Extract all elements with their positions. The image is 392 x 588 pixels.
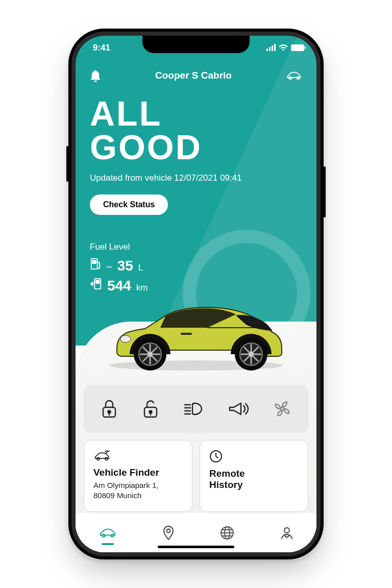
status-headline: ALLGOOD [90, 97, 302, 164]
svg-point-33 [105, 457, 108, 460]
svg-point-0 [289, 77, 291, 79]
app-header: Cooper S Cabrio [76, 64, 316, 87]
globe-icon [220, 526, 234, 540]
check-status-button[interactable]: Check Status [90, 194, 168, 215]
svg-point-1 [297, 77, 300, 79]
app-screen: 9:41 Cooper S Cabrio [76, 36, 316, 552]
svg-point-19 [120, 335, 131, 342]
fuel-amount-unit: L [138, 263, 143, 273]
fan-icon [273, 400, 291, 418]
phone-notch [142, 36, 250, 53]
svg-point-18 [249, 352, 254, 357]
remote-history-title: RemoteHistory [209, 468, 299, 491]
cellular-signal-icon [266, 44, 276, 51]
vehicle-image [99, 295, 293, 372]
tab-vehicle[interactable] [91, 523, 124, 543]
controls-panel: Vehicle Finder Am Olympiapark 1,80809 Mu… [84, 385, 308, 512]
vehicle-finder-title: Vehicle Finder [93, 467, 183, 478]
last-updated: Updated from vehicle 12/07/2021 09:41 [90, 173, 302, 183]
quick-actions [84, 385, 308, 433]
status-hero: ALLGOOD Updated from vehicle 12/07/2021 … [90, 97, 302, 215]
lock-button[interactable] [97, 396, 121, 422]
svg-point-41 [284, 528, 289, 533]
climate-button[interactable] [270, 397, 295, 421]
notifications-icon[interactable] [90, 69, 101, 82]
headlights-button[interactable] [180, 398, 207, 420]
tab-map[interactable] [155, 521, 182, 545]
tab-explore[interactable] [213, 522, 241, 544]
lock-icon [101, 399, 118, 419]
status-time: 9:41 [93, 43, 110, 53]
fuel-range-row: 544 km [90, 277, 148, 294]
pin-icon [162, 525, 175, 541]
unlock-button[interactable] [139, 396, 162, 422]
unlock-icon [142, 399, 159, 419]
remote-history-card[interactable]: RemoteHistory [200, 440, 308, 512]
horn-button[interactable] [225, 398, 252, 420]
fuel-range: 544 [107, 278, 131, 294]
car-icon [99, 527, 117, 539]
svg-point-32 [97, 457, 100, 460]
phone-bezel: 9:41 Cooper S Cabrio [71, 32, 321, 556]
info-cards: Vehicle Finder Am Olympiapark 1,80809 Mu… [84, 440, 308, 512]
fuel-label: Fuel Level [90, 242, 148, 252]
fuel-range-icon [90, 277, 102, 290]
svg-point-11 [148, 352, 153, 357]
fuel-amount: 35 [117, 258, 133, 274]
phone-frame: 9:41 Cooper S Cabrio [68, 29, 324, 559]
tab-profile[interactable] [273, 522, 301, 544]
svg-point-37 [166, 529, 170, 532]
home-indicator[interactable] [158, 546, 234, 548]
svg-point-31 [281, 407, 284, 410]
fuel-section: Fuel Level ~ 35 L 544 km [90, 242, 148, 297]
status-indicators [266, 44, 304, 51]
profile-icon [280, 526, 294, 540]
fuel-amount-row: ~ 35 L [90, 257, 148, 274]
vehicle-finder-address: Am Olympiapark 1,80809 Munich [93, 480, 183, 501]
car-locate-icon [93, 450, 111, 462]
headlight-icon [183, 401, 204, 416]
wifi-icon [279, 44, 288, 51]
vehicle-switch-icon[interactable] [286, 70, 302, 81]
svg-rect-20 [181, 333, 192, 335]
history-icon [209, 450, 223, 463]
horn-icon [228, 401, 249, 416]
fuel-pump-icon [90, 257, 101, 271]
battery-icon [291, 44, 304, 51]
vehicle-name: Cooper S Cabrio [155, 70, 232, 81]
fuel-range-unit: km [136, 283, 148, 293]
vehicle-finder-card[interactable]: Vehicle Finder Am Olympiapark 1,80809 Mu… [84, 440, 192, 512]
